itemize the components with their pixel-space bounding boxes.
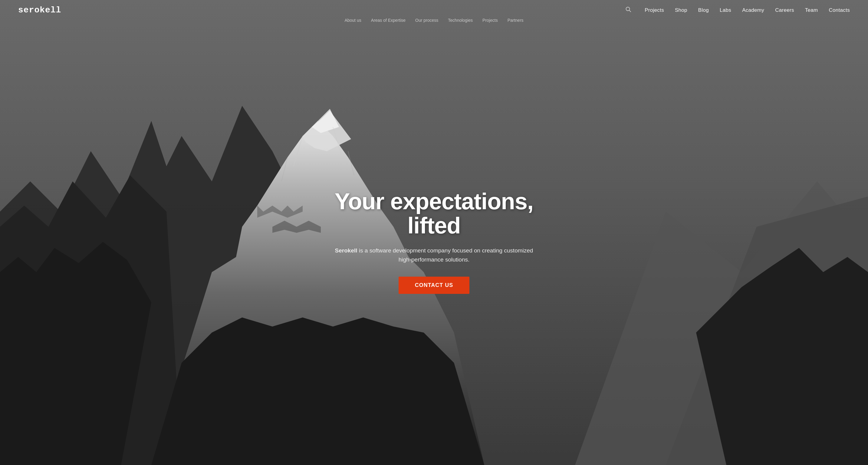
nav-team[interactable]: Team — [805, 7, 818, 13]
hero-subtitle: Serokell is a software development compa… — [334, 246, 534, 265]
nav-shop[interactable]: Shop — [675, 7, 687, 13]
main-nav: Projects Shop Blog Labs Academy Careers … — [625, 6, 850, 14]
nav-careers[interactable]: Careers — [775, 7, 794, 13]
subnav-technologies[interactable]: Technologies — [448, 18, 473, 23]
hero-brand-name: Serokell — [335, 247, 358, 254]
subnav-expertise[interactable]: Areas of Expertise — [371, 18, 406, 23]
nav-labs[interactable]: Labs — [720, 7, 731, 13]
subnav-projects[interactable]: Projects — [483, 18, 498, 23]
logo[interactable]: serokell — [18, 5, 61, 15]
hero-section: Your expectations, lifted Serokell is a … — [0, 0, 868, 465]
svg-line-1 — [629, 10, 631, 12]
nav-contacts[interactable]: Contacts — [829, 7, 850, 13]
nav-academy[interactable]: Academy — [742, 7, 764, 13]
subnav-about[interactable]: About us — [344, 18, 361, 23]
sub-nav: About us Areas of Expertise Our process … — [18, 18, 850, 27]
hero-content: Your expectations, lifted Serokell is a … — [328, 189, 540, 294]
nav-blog[interactable]: Blog — [698, 7, 709, 13]
contact-us-button[interactable]: Contact us — [399, 277, 470, 294]
search-icon[interactable] — [625, 6, 631, 14]
header-top: serokell Projects Shop Blog Labs Academy… — [18, 0, 850, 18]
subnav-partners[interactable]: Partners — [507, 18, 524, 23]
hero-subtitle-body: is a software development company focuse… — [358, 247, 533, 263]
nav-projects[interactable]: Projects — [645, 7, 664, 13]
subnav-process[interactable]: Our process — [415, 18, 438, 23]
hero-title: Your expectations, lifted — [334, 189, 534, 238]
header: serokell Projects Shop Blog Labs Academy… — [0, 0, 868, 27]
